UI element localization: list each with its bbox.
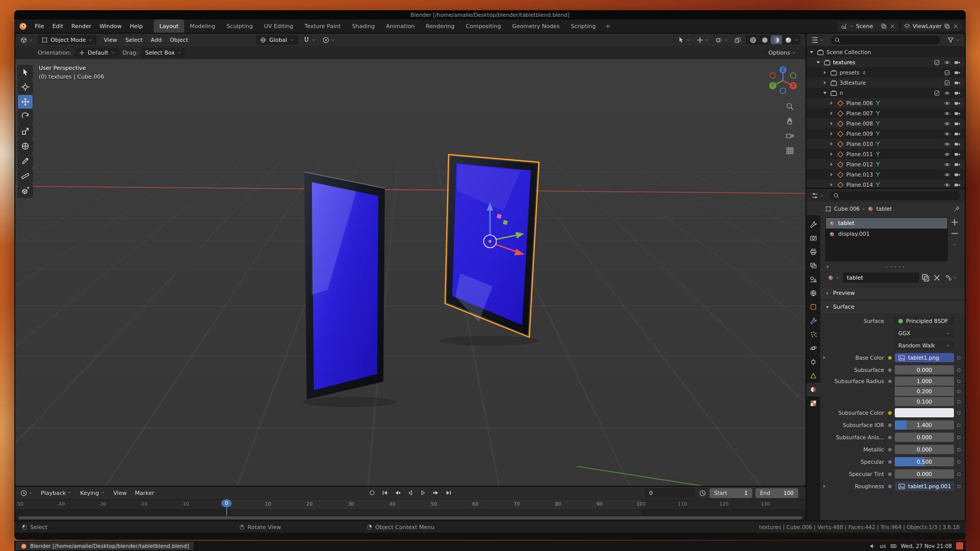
snap-toggle[interactable] [301,35,317,45]
new-viewlayer-button[interactable] [944,23,950,30]
power-button[interactable] [956,542,963,549]
scene-selector[interactable]: Scene [838,21,898,31]
outliner-row-plane-007[interactable]: Plane.007 [806,108,965,118]
subsurface-method-dropdown[interactable]: Random Walk [895,341,954,350]
camera-icon[interactable] [954,182,961,188]
frame-start-field[interactable]: Start 1 [709,488,752,498]
workspace-tab-compositing[interactable]: Compositing [460,19,507,33]
decorator-dot[interactable] [957,448,961,452]
distribution-dropdown[interactable]: GGX [895,329,954,338]
viewport-menu-add[interactable]: Add [146,35,165,45]
auto-keying-toggle[interactable] [366,488,378,497]
tool-add-cube[interactable] [18,184,33,197]
properties-tab-render[interactable] [806,231,820,245]
pin-id-button[interactable] [953,206,960,212]
surface-shader-dropdown[interactable]: Principled BSDF [895,316,954,325]
properties-tab-object[interactable] [806,300,820,314]
outliner-row-plane-010[interactable]: Plane.010 [806,139,965,149]
prev-key-button[interactable] [392,488,403,497]
field-base-color[interactable]: tablet1.png [895,353,954,362]
check-icon[interactable] [934,90,940,96]
field-subsurface-ior[interactable]: 1.400 [895,420,954,430]
pan-button[interactable] [786,117,794,126]
workspace-tab-scripting[interactable]: Scripting [565,19,601,33]
menu-help[interactable]: Help [126,21,146,31]
next-key-button[interactable] [430,488,442,497]
xray-toggle[interactable] [732,35,743,45]
drag-dropdown[interactable]: Select Box [141,48,185,58]
menu-file[interactable]: File [31,21,48,31]
tool-select-box[interactable] [18,65,33,79]
play-back-button[interactable] [405,488,416,497]
viewport-canvas[interactable]: User Perspective (0) textures | Cube.006… [15,59,805,486]
axis-y-neg-ball[interactable] [791,73,796,79]
proportional-editing-toggle[interactable] [321,35,337,45]
workspace-tab-shading[interactable]: Shading [347,19,381,33]
remove-viewlayer-button[interactable] [952,23,959,30]
zoom-button[interactable] [786,102,794,111]
decorator-dot[interactable] [957,400,961,404]
camera-icon[interactable] [954,69,961,76]
slots-resize-grip[interactable] [825,263,960,270]
expand-icon[interactable] [828,110,835,116]
check-icon[interactable] [944,80,950,86]
properties-tab-output[interactable] [806,245,820,259]
eye-icon[interactable] [944,100,950,107]
eye-icon[interactable] [944,110,950,117]
tablet-object-selected[interactable] [445,155,539,337]
field-subsurface-radius-1[interactable]: 0.200 [895,387,954,396]
tool-cursor[interactable] [18,80,33,94]
properties-editor-type-button[interactable] [810,191,826,201]
blender-logo-icon[interactable] [18,21,28,31]
properties-tab-particles[interactable] [806,328,820,341]
remove-slot-button[interactable] [950,229,960,238]
properties-tab-modifiers[interactable] [806,314,820,328]
outliner-row-presets[interactable]: presets4 [806,67,965,78]
breadcrumb-object[interactable]: Cube.006 [834,206,860,212]
properties-tab-tool[interactable] [806,217,820,231]
menu-render[interactable]: Render [67,21,95,31]
properties-search-field[interactable] [830,191,960,200]
expand-icon[interactable] [808,49,815,55]
expand-icon[interactable] [822,69,828,76]
expand-icon[interactable] [822,80,828,86]
browse-material-button[interactable] [825,272,842,283]
expand-icon[interactable] [821,484,827,489]
camera-icon[interactable] [954,120,961,127]
orientation-default-dropdown[interactable]: Default [75,48,119,58]
surface-panel-header[interactable]: Surface [820,300,965,313]
keyboard-layout-indicator[interactable]: us [880,543,886,549]
workspace-tab-layout[interactable]: Layout [154,19,184,33]
gizmos-dropdown[interactable] [695,35,711,45]
camera-icon[interactable] [954,90,961,96]
properties-tab-world[interactable] [806,286,820,300]
preview-range-icon[interactable] [699,489,706,497]
play-button[interactable] [418,488,429,497]
taskbar-window-button[interactable]: Blender [/home/amalie/Desktop/blender/ta… [16,542,193,550]
add-workspace-button[interactable]: + [601,19,614,33]
workspace-tab-geometry-nodes[interactable]: Geometry Nodes [506,19,565,33]
taskbar-clock[interactable]: Wed, 27 Nov 21:08 [901,543,952,549]
eye-icon[interactable] [944,141,950,147]
decorator-dot[interactable] [957,390,961,393]
window-titlebar[interactable]: Blender [/home/amalie/Desktop/blender/ta… [14,10,966,19]
outliner-filter-button[interactable] [945,35,962,45]
timeline-scrollbar[interactable] [15,515,805,520]
outliner-row-plane-008[interactable]: Plane.008 [806,118,965,129]
outliner-row-plane-009[interactable]: Plane.009 [806,129,965,139]
field-subsurface[interactable]: 0.000 [895,365,954,374]
timeline-scroll-handle[interactable] [18,516,802,519]
camera-icon[interactable] [954,171,961,178]
outliner-row-plane-006[interactable]: Plane.006 [806,98,965,108]
new-scene-button[interactable] [880,23,887,30]
editor-type-button[interactable] [18,35,35,45]
outliner-row-plane-013[interactable]: Plane.013 [806,169,965,180]
decorator-dot[interactable] [957,356,961,360]
camera-icon[interactable] [954,151,961,158]
check-icon[interactable] [944,69,950,76]
material-name-field[interactable]: tablet [843,272,919,283]
camera-icon[interactable] [954,100,961,107]
camera-view-button[interactable] [786,132,794,140]
expand-icon[interactable] [828,120,835,127]
camera-icon[interactable] [954,141,961,147]
